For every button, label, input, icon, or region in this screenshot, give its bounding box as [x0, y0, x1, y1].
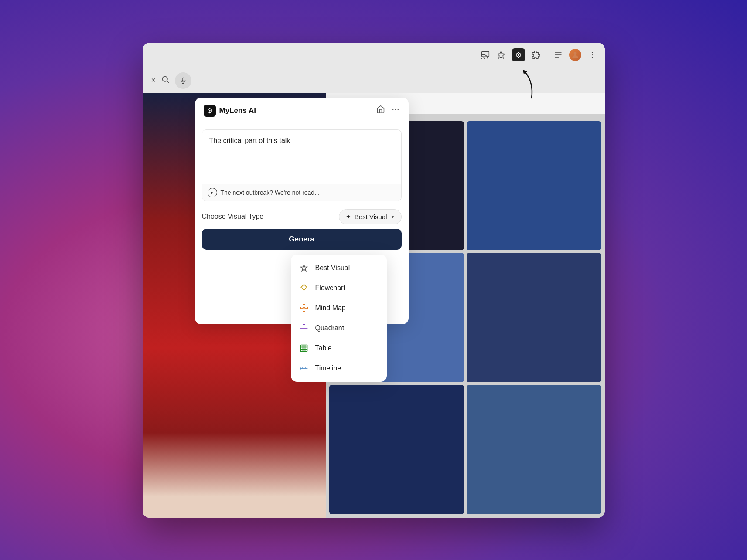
- svg-point-20: [397, 109, 399, 110]
- svg-line-13: [167, 81, 169, 83]
- menu-item-label: Quadrant: [315, 324, 345, 332]
- svg-point-28: [300, 307, 301, 309]
- visual-type-row: Choose Visual Type ✦ Best Visual ▼: [195, 207, 409, 229]
- panel-home-icon[interactable]: [376, 105, 385, 116]
- mic-button[interactable]: [175, 72, 191, 89]
- svg-rect-34: [300, 345, 307, 351]
- video-ref-text: The next outbreak? We're not read...: [221, 189, 320, 196]
- extensions-icon[interactable]: [531, 50, 541, 60]
- main-area: i All: [143, 93, 605, 518]
- brand-name: MyLens AI: [219, 106, 256, 115]
- dropdown-star-icon: ✦: [345, 213, 351, 221]
- svg-point-27: [303, 311, 304, 312]
- toolbar-separator: [547, 50, 547, 60]
- visual-type-dropdown[interactable]: ✦ Best Visual ▼: [339, 209, 402, 224]
- menu-item-timeline[interactable]: Timeline: [291, 358, 387, 378]
- brand-logo: [204, 105, 216, 117]
- thumbnail-item: [467, 253, 601, 382]
- svg-point-1: [481, 58, 482, 59]
- mylens-toolbar-icon[interactable]: [512, 48, 525, 61]
- menu-item-table[interactable]: Table: [291, 338, 387, 358]
- svg-rect-0: [481, 52, 489, 57]
- svg-point-26: [303, 304, 304, 305]
- table-icon: [299, 343, 309, 353]
- text-area-container: ▶ The next outbreak? We're not read...: [202, 129, 402, 201]
- chevron-down-icon: ▼: [391, 214, 395, 219]
- menu-item-label: Mind Map: [315, 304, 346, 312]
- svg-point-21: [303, 307, 305, 309]
- choose-visual-label: Choose Visual Type: [202, 213, 264, 221]
- chrome-menu-icon[interactable]: [587, 50, 597, 60]
- menu-item-quadrant[interactable]: Quadrant: [291, 318, 387, 338]
- thumbnail-item: [467, 121, 601, 251]
- browser-topbar: [143, 43, 605, 68]
- svg-point-17: [209, 110, 211, 112]
- dropdown-selected-label: Best Visual: [355, 213, 387, 221]
- play-icon: ▶: [208, 188, 217, 197]
- svg-point-19: [395, 109, 396, 110]
- svg-marker-2: [497, 51, 505, 58]
- quadrant-icon: [299, 323, 309, 333]
- tab-search-icon[interactable]: [553, 50, 563, 60]
- svg-point-10: [591, 57, 592, 58]
- panel-more-icon[interactable]: [391, 105, 400, 116]
- browser-content: × i: [143, 68, 605, 518]
- panel-header-actions: [376, 105, 400, 116]
- menu-item-flowchart[interactable]: Flowchart: [291, 278, 387, 298]
- menu-item-best-visual[interactable]: Best Visual: [291, 258, 387, 278]
- menu-item-label: Table: [315, 344, 332, 352]
- mindmap-icon: [299, 303, 309, 313]
- address-bar: ×: [143, 68, 605, 93]
- svg-point-12: [162, 76, 167, 81]
- svg-point-29: [307, 307, 308, 309]
- timeline-icon: [299, 363, 309, 373]
- menu-item-label: Flowchart: [315, 284, 345, 292]
- thumbnail-item: [467, 385, 601, 514]
- best-visual-icon: [299, 263, 309, 273]
- menu-item-label: Timeline: [315, 364, 341, 372]
- search-icon[interactable]: [161, 75, 170, 86]
- flowchart-icon: [299, 283, 309, 293]
- panel-header: MyLens AI: [195, 98, 409, 124]
- svg-rect-14: [182, 78, 184, 81]
- svg-point-9: [591, 54, 592, 55]
- svg-point-18: [392, 109, 393, 110]
- visual-type-menu: Best Visual Flowchart: [291, 255, 387, 382]
- user-avatar[interactable]: [569, 49, 581, 61]
- menu-item-label: Best Visual: [315, 264, 350, 272]
- svg-point-3: [518, 54, 519, 56]
- cast-icon[interactable]: [481, 50, 490, 60]
- menu-item-mindmap[interactable]: Mind Map: [291, 298, 387, 318]
- panel-brand: MyLens AI: [204, 105, 256, 117]
- browser-window: × i: [143, 43, 605, 518]
- svg-point-7: [573, 52, 576, 55]
- thumbnail-item: [329, 385, 464, 514]
- star-icon[interactable]: [496, 50, 506, 60]
- svg-point-8: [591, 52, 592, 53]
- close-button[interactable]: ×: [151, 76, 156, 85]
- video-reference-pill: ▶ The next outbreak? We're not read...: [202, 184, 401, 201]
- generate-button[interactable]: Genera: [202, 229, 402, 250]
- text-input[interactable]: [202, 130, 401, 182]
- svg-marker-33: [303, 324, 304, 325]
